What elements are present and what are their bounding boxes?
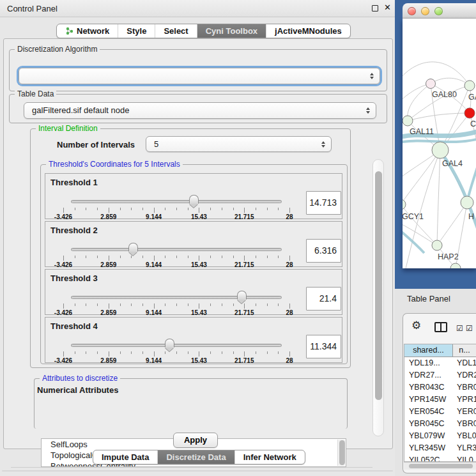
table-cell[interactable]: YPR1	[453, 394, 476, 406]
axis-label: 21.715	[234, 213, 254, 220]
table-header-row: shared... n...	[404, 344, 476, 357]
slider-thumb[interactable]	[189, 195, 199, 204]
threshold-slider[interactable]: -3.4262.8599.14415.4321.71528	[63, 338, 289, 362]
tick-mark	[233, 256, 234, 258]
slider-track[interactable]	[71, 200, 282, 203]
node-gcy1[interactable]	[403, 199, 406, 210]
table-row[interactable]: YER054CYER0	[404, 406, 476, 418]
table-row[interactable]: YBR045CYBR0	[404, 418, 476, 430]
close-traffic-light[interactable]	[408, 7, 416, 15]
node-hap2[interactable]	[432, 240, 442, 250]
table-cell[interactable]: YBR043C	[404, 381, 453, 394]
columns-icon[interactable]	[434, 322, 447, 332]
node-gal4[interactable]	[432, 142, 449, 158]
slider-thumb[interactable]	[165, 339, 174, 348]
settings-scrollbar[interactable]	[372, 159, 384, 436]
tab-infer-network[interactable]: Infer Network	[235, 450, 305, 464]
tab-select[interactable]: Select	[155, 24, 197, 38]
gear-icon[interactable]: ⚙	[411, 319, 421, 332]
table-hscroll-thumb[interactable]	[409, 464, 473, 468]
threshold-slider[interactable]: -3.4262.8599.14415.4321.71528	[63, 290, 289, 314]
tick-mark	[188, 208, 188, 210]
node-gal11[interactable]	[403, 116, 413, 126]
table-cell[interactable]: YDR27...	[404, 369, 453, 381]
table-cell[interactable]: YBR0	[453, 418, 476, 430]
threshold-value-field[interactable]: 6.316	[306, 239, 341, 263]
slider-axis-labels: -3.4262.8599.14415.4321.71528	[63, 309, 289, 316]
table-cell[interactable]: YLR345W	[404, 442, 453, 454]
threshold-3-panel: Threshold 3 -3.4262.8599.14415.4321.7152…	[45, 269, 342, 315]
table-cell[interactable]: YIL0	[453, 454, 476, 462]
table-row[interactable]: YDL19...YDL1	[404, 357, 476, 369]
table-data-combobox[interactable]: galFiltered.sif default node	[24, 102, 376, 119]
tick-mark	[131, 303, 132, 306]
axis-label: -3.426	[54, 309, 72, 316]
node-red-selected[interactable]	[464, 108, 475, 118]
float-window-icon[interactable]	[372, 5, 378, 12]
list-scrollbar[interactable]	[337, 440, 345, 466]
tab-jactivemnodules[interactable]: jActiveMNodules	[266, 24, 350, 38]
tick-mark	[165, 256, 165, 258]
number-of-intervals-spinner[interactable]: 5	[146, 136, 332, 152]
table-horizontal-scrollbar[interactable]	[404, 462, 476, 470]
tab-style[interactable]: Style	[118, 24, 155, 38]
minimize-traffic-light[interactable]	[421, 7, 429, 15]
network-canvas[interactable]: GAL80 GA C GAL11 GAL4 GCY1 H HAP2	[403, 19, 476, 268]
slider-track[interactable]	[71, 296, 282, 299]
settings-scrollbar-thumb[interactable]	[375, 171, 382, 400]
node-pink[interactable]	[426, 79, 436, 89]
slider-thumb[interactable]	[237, 291, 247, 300]
tab-cyni-toolbox[interactable]: Cyni Toolbox	[197, 24, 266, 38]
table-cell[interactable]: YBL079W	[404, 430, 453, 442]
slider-thumb[interactable]	[128, 243, 138, 252]
threshold-value-field[interactable]: 14.713	[306, 191, 341, 215]
tick-mark	[86, 351, 86, 354]
attributes-group-title: Attributes to discretize	[40, 374, 120, 383]
table-row[interactable]: YLR345WYLR3	[404, 442, 476, 454]
apply-button[interactable]: Apply	[173, 433, 218, 448]
table-cell[interactable]: YLR3	[453, 442, 476, 454]
table-cell[interactable]: YDL19...	[404, 357, 453, 369]
tick-mark	[244, 256, 245, 261]
tick-mark	[256, 256, 256, 258]
network-graph: GAL80 GA C GAL11 GAL4 GCY1 H HAP2	[403, 19, 476, 268]
node-green-right[interactable]	[461, 196, 473, 209]
tick-mark	[142, 208, 143, 210]
checkbox-icon[interactable]: ☑	[456, 324, 463, 333]
threshold-value-field[interactable]: 11.344	[306, 335, 341, 358]
table-row[interactable]: YDR27...YDR2	[404, 369, 476, 381]
checkbox-icon[interactable]: ☑	[466, 324, 473, 333]
list-scrollbar-thumb[interactable]	[339, 440, 345, 465]
table-cell[interactable]: YDL1	[453, 357, 476, 369]
table-row[interactable]: YBR043CYBR0	[404, 381, 476, 394]
tab-network[interactable]: Network	[57, 24, 118, 38]
axis-label: 9.144	[146, 357, 162, 364]
threshold-slider[interactable]: -3.4262.8599.14415.4321.71528	[63, 242, 289, 266]
table-cell[interactable]: YER0	[453, 406, 476, 418]
table-cell[interactable]: YER054C	[404, 406, 453, 418]
column-header-shared-name[interactable]: shared...	[404, 344, 453, 357]
tick-mark	[120, 208, 121, 210]
threshold-slider[interactable]: -3.4262.8599.14415.4321.71528	[63, 194, 289, 219]
algorithm-combobox[interactable]	[19, 68, 380, 84]
table-cell[interactable]: YBR0	[453, 381, 476, 394]
table-cell[interactable]: YBL0	[453, 430, 476, 442]
column-header-name[interactable]: n...	[453, 344, 476, 357]
tick-mark	[199, 256, 199, 261]
tab-discretize-data[interactable]: Discretize Data	[158, 450, 234, 464]
table-cell[interactable]: YBR045C	[404, 418, 453, 430]
threshold-value-field[interactable]: 21.4	[306, 287, 341, 311]
slider-track[interactable]	[71, 344, 282, 347]
table-row[interactable]: YPR145WYPR1	[404, 394, 476, 406]
tick-mark	[120, 256, 121, 258]
table-row[interactable]: YBL079WYBL0	[404, 430, 476, 442]
tab-impute-data[interactable]: Impute Data	[93, 450, 158, 464]
table-cell[interactable]: YIL052C	[404, 454, 453, 462]
node-green-top-right[interactable]	[464, 81, 475, 91]
close-icon[interactable]: ✕	[384, 3, 391, 12]
table-cell[interactable]: YPR145W	[404, 394, 453, 406]
table-cell[interactable]: YDR2	[453, 369, 476, 381]
table-row[interactable]: YIL052CYIL0	[404, 454, 476, 462]
zoom-traffic-light[interactable]	[434, 7, 443, 15]
slider-track[interactable]	[71, 248, 282, 251]
